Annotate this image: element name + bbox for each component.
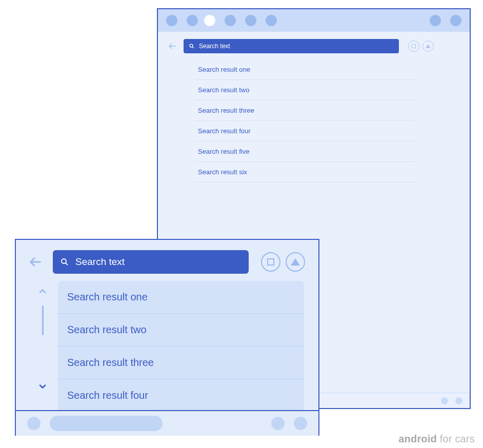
search-input[interactable]: Search text bbox=[184, 39, 399, 53]
stop-button[interactable] bbox=[408, 40, 419, 52]
tab-item-active[interactable] bbox=[204, 15, 215, 26]
stop-icon bbox=[412, 44, 416, 48]
bottom-bar-pill[interactable] bbox=[50, 416, 163, 431]
search-header: Search text bbox=[158, 32, 470, 57]
search-icon bbox=[60, 257, 69, 267]
watermark: android for cars bbox=[398, 433, 475, 445]
search-result-item[interactable]: Search result five bbox=[195, 141, 415, 162]
search-result-item[interactable]: Search result four bbox=[195, 121, 415, 141]
window-small: Search text Search result one Search res… bbox=[15, 239, 319, 436]
bottom-bar-item[interactable] bbox=[455, 397, 462, 404]
search-result-item[interactable]: Search result one bbox=[58, 281, 304, 314]
watermark-suffix: for cars bbox=[437, 433, 475, 444]
search-placeholder: Search text bbox=[199, 43, 230, 50]
tab-item[interactable] bbox=[187, 15, 198, 26]
svg-line-2 bbox=[192, 47, 194, 48]
search-results-list: Search result one Search result two Sear… bbox=[195, 59, 415, 182]
search-result-item[interactable]: Search result six bbox=[195, 162, 415, 182]
stop-icon bbox=[267, 258, 274, 266]
tab-item[interactable] bbox=[266, 15, 277, 26]
search-input[interactable]: Search text bbox=[53, 250, 249, 274]
triangle-up-icon bbox=[426, 44, 431, 48]
svg-point-1 bbox=[190, 44, 193, 47]
tab-item[interactable] bbox=[166, 15, 177, 26]
watermark-brand: android bbox=[398, 433, 437, 444]
svg-point-4 bbox=[62, 259, 66, 263]
bottom-bar bbox=[16, 410, 318, 436]
up-button[interactable] bbox=[422, 40, 434, 52]
search-result-item[interactable]: Search result four bbox=[58, 379, 304, 412]
scroll-thumb[interactable] bbox=[42, 306, 44, 335]
search-result-item[interactable]: Search result three bbox=[58, 347, 304, 379]
svg-line-5 bbox=[66, 263, 68, 265]
search-result-item[interactable]: Search result one bbox=[195, 59, 415, 80]
bottom-bar-item[interactable] bbox=[441, 397, 448, 404]
search-header: Search text bbox=[16, 240, 318, 281]
back-arrow-icon[interactable] bbox=[167, 41, 177, 51]
tab-item[interactable] bbox=[450, 15, 461, 26]
stop-button[interactable] bbox=[261, 252, 280, 272]
back-arrow-icon[interactable] bbox=[27, 254, 44, 270]
tab-item[interactable] bbox=[225, 15, 236, 26]
tab-item[interactable] bbox=[430, 15, 441, 26]
search-result-item[interactable]: Search result two bbox=[195, 80, 415, 100]
search-icon bbox=[189, 43, 195, 49]
bottom-bar-item[interactable] bbox=[271, 417, 285, 430]
search-placeholder: Search text bbox=[75, 256, 125, 268]
chevron-down-icon[interactable] bbox=[37, 381, 48, 392]
chevron-up-icon[interactable] bbox=[37, 286, 48, 296]
triangle-up-icon bbox=[291, 258, 300, 266]
up-button[interactable] bbox=[286, 252, 305, 272]
search-result-item[interactable]: Search result three bbox=[195, 100, 415, 121]
scroll-indicator bbox=[27, 281, 58, 412]
tab-bar bbox=[158, 9, 470, 32]
search-result-item[interactable]: Search result two bbox=[58, 314, 304, 347]
bottom-bar-item[interactable] bbox=[294, 417, 307, 430]
bottom-bar-item[interactable] bbox=[27, 417, 41, 430]
search-results-list: Search result one Search result two Sear… bbox=[58, 281, 304, 412]
tab-item[interactable] bbox=[245, 15, 256, 26]
